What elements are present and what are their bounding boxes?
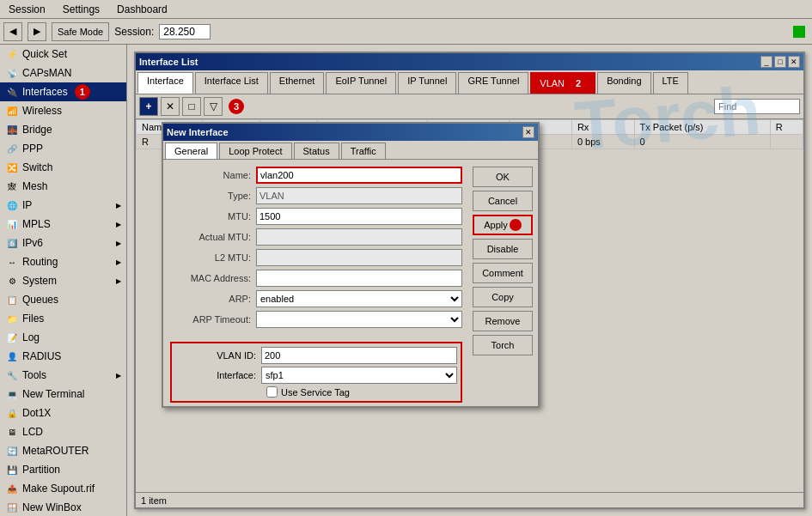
copy-button[interactable]: Copy — [473, 287, 533, 307]
sidebar-item-system[interactable]: ⚙ System — [0, 271, 126, 290]
sidebar-item-metarouter[interactable]: 🔄 MetaROUTER — [0, 441, 126, 460]
sidebar-label-radius: RADIUS — [22, 350, 61, 362]
remove-button[interactable]: Remove — [473, 311, 533, 331]
col-rx[interactable]: Rx — [571, 120, 634, 135]
vlan-id-row: VLAN ID: — [175, 347, 457, 364]
tab-eoip-tunnel[interactable]: EoIP Tunnel — [326, 72, 396, 94]
sidebar-label-lcd: LCD — [22, 426, 43, 438]
minimize-button[interactable]: _ — [760, 56, 772, 68]
interface-select[interactable]: sfp1 — [261, 367, 457, 384]
interfaces-icon: 🔌 — [5, 85, 19, 99]
dialog-tab-loop-protect[interactable]: Loop Protect — [219, 143, 291, 159]
forward-button[interactable]: ▶ — [27, 22, 46, 41]
sidebar-item-ip[interactable]: 🌐 IP — [0, 196, 126, 215]
dialog-close-button[interactable]: ✕ — [522, 126, 534, 138]
mtu-input[interactable] — [256, 208, 462, 225]
add-button[interactable]: + — [139, 97, 158, 116]
sidebar-item-capsman[interactable]: 📡 CAPsMAN — [0, 64, 126, 82]
dialog-controls: ✕ — [522, 126, 534, 138]
sidebar-item-mpls[interactable]: 📊 MPLS — [0, 215, 126, 234]
arp-timeout-select[interactable] — [256, 311, 462, 328]
interface-label: Interface: — [175, 370, 261, 380]
sidebar-item-queues[interactable]: 📋 Queues — [0, 290, 126, 309]
sidebar-item-switch[interactable]: 🔀 Switch — [0, 158, 126, 177]
sidebar-item-make-supout[interactable]: 📤 Make Supout.rif — [0, 479, 126, 498]
dialog-tab-traffic[interactable]: Traffic — [341, 143, 386, 159]
sidebar-label-quick-set: Quick Set — [22, 48, 67, 60]
interface-row: Interface: sfp1 — [175, 367, 457, 384]
connection-indicator — [793, 26, 805, 38]
sidebar-label-switch: Switch — [22, 161, 52, 173]
disable-button[interactable]: Disable — [473, 239, 533, 259]
tab-gre-tunnel[interactable]: GRE Tunnel — [458, 72, 528, 94]
vlan-id-input[interactable] — [261, 347, 457, 364]
close-button[interactable]: ✕ — [788, 56, 800, 68]
sidebar-item-dot1x[interactable]: 🔒 Dot1X — [0, 404, 126, 422]
ip-icon: 🌐 — [5, 198, 19, 212]
maximize-button[interactable]: □ — [774, 56, 786, 68]
comment-button[interactable]: Comment — [473, 263, 533, 283]
sidebar-item-log[interactable]: 📝 Log — [0, 328, 126, 347]
sidebar-label-mpls: MPLS — [22, 218, 51, 230]
sidebar-item-ipv6[interactable]: 6️⃣ IPv6 — [0, 234, 126, 252]
files-icon: 📁 — [5, 312, 19, 325]
actual-mtu-label: Actual MTU: — [170, 232, 256, 242]
use-service-tag-checkbox[interactable] — [266, 386, 278, 398]
dialog-content: Name: Type: MTU: — [163, 160, 538, 406]
new-winbox-icon: 🪟 — [5, 501, 19, 514]
col-tx-packet[interactable]: Tx Packet (p/s) — [634, 120, 770, 135]
menu-bar: Session Settings Dashboard — [0, 0, 812, 19]
sidebar-item-files[interactable]: 📁 Files — [0, 309, 126, 328]
tab-bonding[interactable]: Bonding — [597, 72, 650, 94]
sidebar-label-routing: Routing — [22, 256, 58, 268]
queues-icon: 📋 — [5, 293, 19, 307]
mpls-icon: 📊 — [5, 217, 19, 231]
system-icon: ⚙ — [5, 274, 19, 288]
ok-button[interactable]: OK — [473, 167, 533, 187]
sidebar-item-interfaces[interactable]: 🔌 Interfaces 1 — [0, 82, 126, 101]
edit-button[interactable]: □ — [182, 97, 201, 116]
tab-interface-list[interactable]: Interface List — [195, 72, 268, 94]
radius-icon: 👤 — [5, 349, 19, 363]
tab-interface[interactable]: Interface — [137, 72, 193, 94]
sidebar-label-interfaces: Interfaces — [22, 86, 68, 98]
tab-ethernet[interactable]: Ethernet — [270, 72, 325, 94]
sidebar-item-quick-set[interactable]: ⚡ Quick Set — [0, 45, 126, 64]
menu-settings[interactable]: Settings — [58, 2, 105, 17]
delete-button[interactable]: ✕ — [161, 97, 180, 116]
vlan-section: VLAN ID: Interface: sfp1 — [170, 342, 462, 403]
col-r[interactable]: R — [770, 120, 803, 135]
find-input[interactable] — [714, 99, 800, 114]
sidebar-item-bridge[interactable]: 🌉 Bridge — [0, 120, 126, 139]
arp-row: ARP: enabled disabled proxy-arp reply-on… — [170, 290, 462, 307]
tab-lte[interactable]: LTE — [653, 72, 688, 94]
sidebar-item-routing[interactable]: ↔ Routing — [0, 252, 126, 271]
cancel-button[interactable]: Cancel — [473, 191, 533, 211]
sidebar-label-system: System — [22, 275, 57, 287]
tab-vlan[interactable]: VLAN 2 — [530, 72, 595, 94]
torch-button[interactable]: Torch — [473, 335, 533, 355]
arp-select[interactable]: enabled disabled proxy-arp reply-only — [256, 290, 462, 307]
cell-rx: 0 bps — [571, 135, 634, 149]
dialog-tab-general[interactable]: General — [165, 143, 217, 159]
sidebar-item-new-winbox[interactable]: 🪟 New WinBox — [0, 498, 126, 516]
back-button[interactable]: ◀ — [3, 22, 22, 41]
menu-session[interactable]: Session — [3, 2, 51, 17]
sidebar-item-wireless[interactable]: 📶 Wireless — [0, 101, 126, 120]
sidebar-item-ppp[interactable]: 🔗 PPP — [0, 139, 126, 158]
apply-button[interactable]: Apply — [473, 215, 533, 235]
safe-mode-button[interactable]: Safe Mode — [52, 22, 109, 41]
sidebar-item-radius[interactable]: 👤 RADIUS — [0, 347, 126, 366]
sidebar-item-new-terminal[interactable]: 💻 New Terminal — [0, 385, 126, 404]
dialog-tab-status[interactable]: Status — [294, 143, 339, 159]
sidebar-item-partition[interactable]: 💾 Partition — [0, 460, 126, 479]
mac-address-input[interactable] — [256, 270, 462, 287]
filter-button[interactable]: ▽ — [204, 97, 223, 116]
sidebar-item-mesh[interactable]: 🕸 Mesh — [0, 177, 126, 196]
name-input[interactable] — [256, 167, 462, 184]
tab-ip-tunnel[interactable]: IP Tunnel — [398, 72, 456, 94]
menu-dashboard[interactable]: Dashboard — [112, 2, 173, 17]
quick-set-icon: ⚡ — [5, 47, 19, 61]
sidebar-item-lcd[interactable]: 🖥 LCD — [0, 422, 126, 441]
sidebar-item-tools[interactable]: 🔧 Tools — [0, 366, 126, 385]
